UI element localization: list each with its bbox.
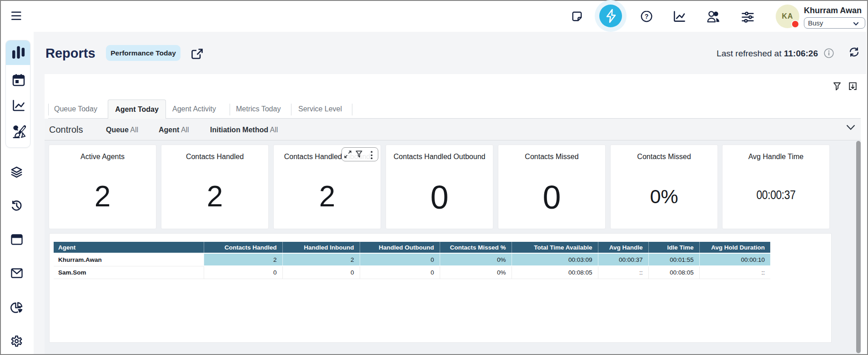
- svg-text:?: ?: [645, 13, 649, 20]
